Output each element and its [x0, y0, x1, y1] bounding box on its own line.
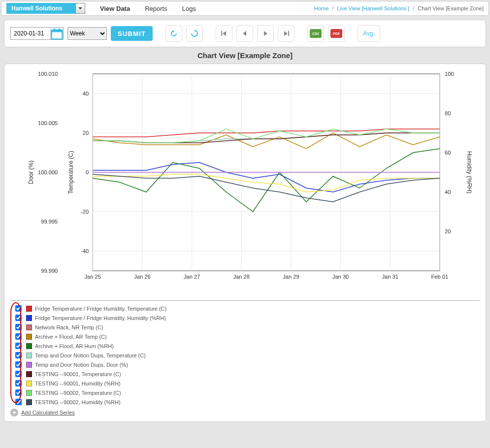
legend-checkbox[interactable] — [15, 371, 22, 377]
tab-view-data[interactable]: View Data — [100, 5, 130, 12]
legend-label: TESTING --90002, Humidity (%RH) — [35, 399, 121, 405]
svg-text:100: 100 — [445, 71, 454, 77]
site-selector-label: Hanwell Solutions — [6, 3, 75, 14]
chart-title: Chart View [Example Zone] — [0, 51, 490, 60]
legend-label: Network Rack, NR Temp (C) — [35, 324, 103, 330]
legend-swatch — [26, 343, 32, 349]
svg-text:40: 40 — [445, 189, 451, 195]
nav-last-button[interactable] — [278, 25, 294, 42]
refresh-button[interactable] — [186, 25, 203, 42]
legend-checkbox[interactable] — [15, 343, 22, 349]
legend-checkbox[interactable] — [15, 399, 22, 405]
svg-rect-2 — [54, 28, 55, 31]
export-csv-button[interactable]: CSV — [307, 25, 324, 42]
svg-text:Feb 01: Feb 01 — [431, 274, 449, 280]
legend-checkbox[interactable] — [15, 380, 22, 386]
legend-item: Temp and Door Notion Dups, Temperature (… — [13, 351, 480, 360]
legend-checkbox[interactable] — [15, 315, 22, 321]
breadcrumb-live[interactable]: Live View [Hanwell Solutions ] — [337, 5, 410, 11]
legend-swatch — [26, 315, 32, 321]
legend-item: Archive + Flood, AR Hum (%RH) — [13, 341, 480, 351]
top-bar: Hanwell Solutions View Data Reports Logs… — [1, 1, 489, 16]
legend-checkbox[interactable] — [15, 352, 22, 358]
legend-swatch — [26, 352, 32, 358]
legend-swatch — [26, 399, 32, 405]
svg-rect-1 — [52, 30, 63, 32]
add-series-row: + Add Calculated Series — [10, 409, 480, 416]
site-selector[interactable]: Hanwell Solutions — [6, 3, 85, 14]
svg-text:Jan 29: Jan 29 — [283, 274, 299, 280]
legend-label: Fridge Temperature / Fridge Humidity, Te… — [35, 306, 166, 312]
legend-label: TESTING --90001, Humidity (%RH) — [35, 381, 121, 386]
svg-text:Temperature (C): Temperature (C) — [67, 151, 74, 193]
range-select[interactable]: Week — [67, 27, 107, 40]
legend-item: Fridge Temperature / Fridge Humidity, Te… — [13, 304, 480, 313]
nav-prev-button[interactable] — [236, 25, 253, 42]
svg-text:80: 80 — [445, 110, 451, 116]
legend-checkbox[interactable] — [15, 305, 22, 312]
svg-text:-40: -40 — [81, 248, 89, 254]
chart-panel: Jan 25Jan 26Jan 27Jan 28Jan 29Jan 30Jan … — [4, 64, 486, 422]
date-input[interactable] — [10, 27, 64, 40]
export-pdf-button[interactable]: PDF — [328, 25, 345, 42]
legend-checkbox[interactable] — [15, 324, 22, 330]
svg-text:Jan 28: Jan 28 — [233, 274, 250, 280]
legend-item: Network Rack, NR Temp (C) — [13, 322, 480, 332]
svg-rect-4 — [221, 31, 222, 36]
legend-swatch — [26, 334, 32, 340]
svg-text:0: 0 — [86, 169, 89, 175]
legend-swatch — [26, 362, 32, 368]
nav-first-button[interactable] — [216, 25, 232, 42]
legend-item: TESTING --90001, Temperature (C) — [13, 369, 480, 379]
legend-checkbox[interactable] — [15, 389, 22, 396]
svg-text:-20: -20 — [81, 209, 89, 215]
svg-text:100.010: 100.010 — [38, 71, 58, 77]
svg-rect-5 — [288, 31, 289, 36]
legend-label: TESTING --90001, Temperature (C) — [35, 371, 121, 377]
svg-text:20: 20 — [445, 228, 451, 234]
legend-item: Temp and Door Notion Dups, Door (%) — [13, 360, 480, 369]
legend-swatch — [26, 381, 32, 386]
date-field[interactable] — [11, 28, 50, 39]
plus-icon[interactable]: + — [10, 409, 18, 416]
divider — [10, 300, 480, 301]
chart-area[interactable]: Jan 25Jan 26Jan 27Jan 28Jan 29Jan 30Jan … — [10, 69, 480, 295]
legend: Fridge Temperature / Fridge Humidity, Te… — [10, 304, 480, 407]
svg-text:20: 20 — [83, 130, 89, 136]
svg-text:40: 40 — [83, 91, 89, 96]
calendar-icon[interactable] — [50, 28, 63, 39]
breadcrumb-home[interactable]: Home — [314, 5, 328, 11]
back-arrow-button[interactable] — [165, 25, 182, 42]
legend-label: Archive + Flood, AR Hum (%RH) — [35, 343, 114, 349]
svg-text:Jan 31: Jan 31 — [382, 274, 398, 280]
csv-icon: CSV — [310, 29, 322, 38]
legend-checkbox[interactable] — [15, 333, 22, 340]
average-button[interactable]: Avg. — [358, 25, 380, 42]
svg-text:Door (%): Door (%) — [28, 160, 34, 184]
legend-checkbox[interactable] — [15, 361, 22, 368]
nav-next-button[interactable] — [257, 25, 274, 42]
svg-text:Humidity (%RH): Humidity (%RH) — [466, 151, 473, 193]
legend-item: TESTING --90002, Temperature (C) — [13, 388, 480, 397]
svg-text:60: 60 — [445, 150, 451, 156]
svg-text:100.000: 100.000 — [38, 169, 58, 175]
svg-text:Jan 26: Jan 26 — [134, 274, 150, 280]
add-calculated-series-link[interactable]: Add Calculated Series — [21, 410, 75, 416]
chevron-down-icon[interactable] — [75, 3, 85, 14]
tab-reports[interactable]: Reports — [145, 5, 167, 12]
legend-label: Fridge Temperature / Fridge Humidity, Hu… — [35, 315, 166, 321]
svg-text:Jan 25: Jan 25 — [85, 274, 101, 280]
legend-label: Archive + Flood, AR Temp (C) — [35, 334, 107, 340]
legend-swatch — [26, 324, 32, 330]
legend-item: TESTING --90002, Humidity (%RH) — [13, 397, 480, 407]
legend-swatch — [26, 306, 32, 312]
pdf-icon: PDF — [330, 29, 342, 38]
breadcrumb: Home / Live View [Hanwell Solutions ] / … — [314, 5, 484, 11]
svg-rect-3 — [59, 28, 60, 31]
submit-button[interactable]: SUBMIT — [111, 26, 153, 41]
tab-logs[interactable]: Logs — [182, 5, 196, 12]
legend-swatch — [26, 371, 32, 377]
nav-tabs: View Data Reports Logs — [100, 5, 196, 12]
svg-text:99.995: 99.995 — [41, 219, 58, 224]
legend-item: TESTING --90001, Humidity (%RH) — [13, 379, 480, 388]
